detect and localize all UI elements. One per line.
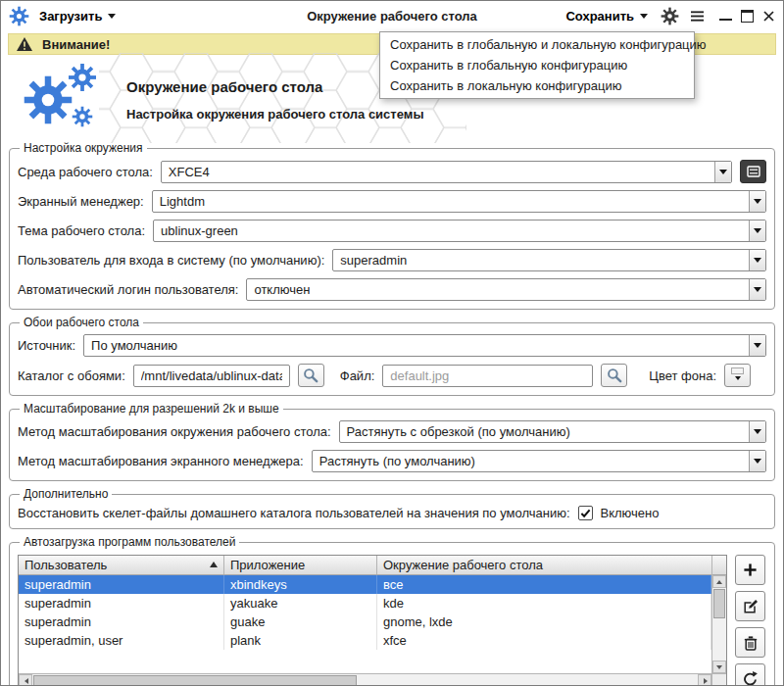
wallpaper-dir-input[interactable] [133, 365, 290, 387]
menu-item-save-global-local[interactable]: Сохранить в глобальную и локальную конфи… [380, 34, 694, 55]
scrollbar-corner [711, 674, 726, 686]
browse-wallpaper-file-button[interactable] [601, 364, 627, 387]
table-cell: yakuake [224, 594, 377, 612]
color-swatch [731, 368, 744, 374]
table-cell: superadmin [19, 612, 224, 631]
table-cell: gnome, lxde [377, 612, 711, 631]
minimize-button[interactable] [719, 10, 732, 23]
group-scaling-legend: Масштабирование для разрешений 2k и выше [20, 402, 283, 416]
hamburger-menu-icon[interactable] [690, 10, 705, 23]
display-manager-select[interactable]: Lightdm [152, 190, 766, 213]
group-additional: Дополнительно Восстановить скелет-файлы … [9, 487, 775, 529]
chevron-down-icon[interactable] [749, 421, 765, 442]
browse-wallpaper-dir-button[interactable] [298, 364, 324, 387]
desktop-scaling-method-label: Метод масштабирования окружения рабочего… [18, 424, 331, 439]
scroll-down-button[interactable] [712, 661, 726, 673]
group-scaling: Масштабирование для разрешений 2k и выше… [9, 402, 775, 481]
wallpaper-file-label: Файл: [340, 368, 375, 383]
desktop-theme-select[interactable]: ublinux-green [153, 220, 766, 242]
table-cell: kde [377, 594, 711, 612]
table-cell: superadmin [19, 594, 224, 612]
settings-gear-icon[interactable] [661, 7, 679, 25]
column-header-user[interactable]: Пользователь [19, 556, 224, 574]
auto-login-label: Автоматический логин пользователя: [18, 282, 238, 297]
horizontal-scroll-thumb[interactable] [33, 675, 357, 686]
vertical-scrollbar[interactable] [711, 556, 726, 673]
column-header-desktop-env[interactable]: Окружение рабочего стола [377, 556, 711, 574]
delete-row-button[interactable] [735, 627, 765, 658]
default-login-user-label: Пользователь для входа в систему (по умо… [18, 253, 324, 268]
list-icon [747, 166, 760, 177]
default-login-user-select[interactable]: superadmin [332, 249, 766, 271]
group-environment: Настройка окружения Среда рабочего стола… [9, 141, 775, 310]
group-environment-legend: Настройка окружения [20, 141, 147, 155]
table-row[interactable]: superadmin yakuake kde [19, 594, 711, 612]
desktop-scaling-method-select[interactable]: Растянуть с обрезкой (по умолчанию) [339, 420, 766, 443]
menu-item-save-global[interactable]: Сохранить в глобальную конфигурацию [380, 55, 694, 75]
save-button-label: Сохранить [565, 9, 634, 24]
save-menu: Сохранить в глобальную и локальную конфи… [379, 31, 695, 99]
load-button[interactable]: Загрузить [37, 7, 118, 25]
auto-login-select[interactable]: отключен [246, 278, 766, 301]
horizontal-scrollbar[interactable] [19, 673, 726, 686]
table-row[interactable]: superadmin xbindkeys все [19, 575, 711, 594]
table-row[interactable]: superadmin, user plank xfce [19, 631, 711, 650]
vertical-scroll-thumb[interactable] [713, 589, 725, 618]
chevron-down-icon[interactable] [749, 250, 765, 270]
add-row-button[interactable] [735, 555, 765, 585]
maximize-button[interactable] [741, 10, 754, 23]
app-window: Загрузить Окружение рабочего стола Сохра… [0, 0, 784, 686]
menu-item-save-local[interactable]: Сохранить в локальную конфигурацию [380, 75, 694, 96]
dm-scaling-method-label: Метод масштабирования экранного менеджер… [18, 454, 304, 468]
desktop-env-select[interactable]: XFCE4 [161, 161, 732, 183]
background-color-label: Цвет фона: [649, 368, 716, 383]
table-cell: все [377, 575, 711, 594]
plus-icon [743, 563, 758, 577]
background-color-button[interactable] [724, 364, 751, 387]
desktop-theme-label: Тема рабочего стола: [18, 223, 145, 238]
sort-ascending-icon [210, 558, 218, 567]
scroll-left-button[interactable] [19, 674, 32, 686]
table-cell: superadmin, user [19, 631, 224, 650]
edit-row-button[interactable] [735, 591, 765, 621]
group-wallpaper-legend: Обои рабочего стола [20, 316, 143, 329]
table-cell: guake [224, 612, 377, 631]
save-button[interactable]: Сохранить [564, 7, 650, 25]
desktop-env-label: Среда рабочего стола: [18, 165, 153, 179]
search-icon [607, 368, 622, 383]
desktop-env-details-button[interactable] [740, 160, 766, 183]
scroll-right-button[interactable] [698, 674, 711, 686]
chevron-down-icon [640, 14, 648, 23]
table-cell: plank [224, 631, 377, 650]
app-logo-gears-icon [23, 63, 113, 137]
chevron-down-icon[interactable] [749, 279, 765, 300]
scrollbar-corner [712, 556, 726, 575]
scroll-up-button[interactable] [712, 575, 726, 588]
table-cell: superadmin [19, 575, 224, 594]
page-subtitle: Настройка окружения рабочего стола систе… [126, 107, 424, 122]
check-icon [580, 508, 591, 518]
pencil-icon [743, 599, 759, 614]
warning-text: Внимание! [42, 37, 110, 52]
chevron-down-icon[interactable] [749, 335, 765, 356]
column-header-application[interactable]: Приложение [224, 556, 377, 574]
chevron-down-icon [108, 14, 116, 23]
autostart-table: Пользователь Приложение Окружение рабоче… [18, 555, 727, 686]
close-button[interactable] [762, 10, 775, 23]
table-empty-area [19, 650, 711, 673]
load-button-label: Загрузить [39, 9, 102, 24]
wallpaper-file-input[interactable] [382, 365, 593, 387]
chevron-down-icon[interactable] [749, 191, 765, 212]
group-autostart: Автозагрузка программ пользователей Поль… [9, 535, 775, 686]
chevron-down-icon[interactable] [749, 220, 765, 241]
table-row[interactable]: superadmin guake gnome, lxde [19, 612, 711, 631]
dm-scaling-method-select[interactable]: Растянуть (по умолчанию) [312, 450, 766, 472]
restore-skel-checkbox-label: Включено [601, 506, 660, 520]
restore-skel-checkbox[interactable] [578, 506, 593, 520]
refresh-button[interactable] [735, 663, 765, 686]
wallpaper-source-select[interactable]: По умолчанию [83, 334, 766, 357]
chevron-down-icon[interactable] [749, 451, 765, 471]
wallpaper-source-label: Источник: [18, 338, 75, 353]
chevron-down-icon[interactable] [714, 162, 731, 182]
restore-skel-label: Восстановить скелет-файлы домашнего ката… [18, 506, 570, 520]
